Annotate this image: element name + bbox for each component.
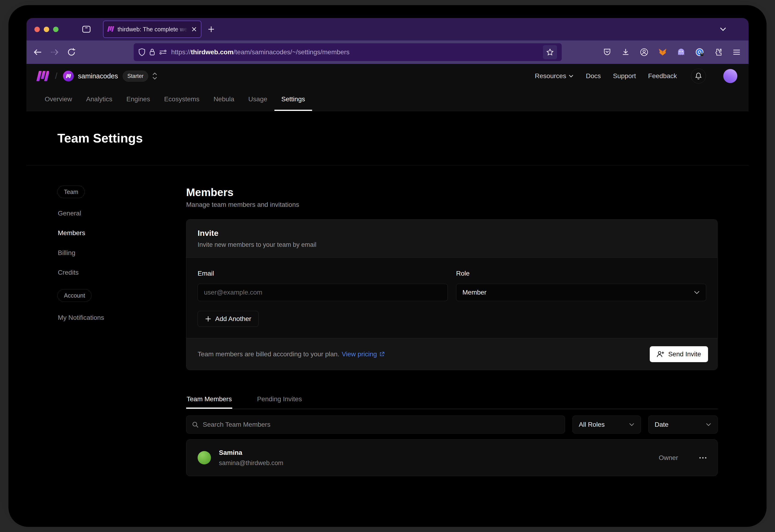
maximize-window-button[interactable] [53,27,58,32]
extensions-puzzle-icon[interactable] [711,45,725,59]
tab-pending-invites[interactable]: Pending Invites [257,390,302,409]
member-name: Samina [219,449,283,456]
breadcrumb-separator: / [55,71,57,81]
menu-docs[interactable]: Docs [586,72,601,80]
email-input[interactable] [198,284,448,301]
brand-row: / saminacodes Starter [36,64,737,88]
invite-card: Invite Invite new members to your team b… [186,219,718,370]
invite-card-footer: Team members are billed according to you… [186,338,717,370]
user-plus-icon [657,351,664,358]
chevron-down-icon [568,74,573,78]
connection-lock-icon[interactable] [149,48,155,56]
sidebar-item-general[interactable]: General [58,208,81,219]
close-window-button[interactable] [34,27,40,32]
url-host: thirdweb.com [191,48,234,56]
member-email: samina@thirdweb.com [219,459,283,467]
section-subtitle: Manage team members and invitations [186,201,299,208]
address-bar[interactable]: https://thirdweb.com/team/saminacodes/~/… [134,43,562,61]
send-invite-button[interactable]: Send Invite [650,346,708,362]
email-field-group: Email [198,270,448,301]
browser-toolbar: https://thirdweb.com/team/saminacodes/~/… [26,40,749,64]
tab-team-members[interactable]: Team Members [186,390,232,409]
thirdweb-favicon-icon [107,26,114,32]
search-icon [192,421,199,428]
invite-card-header: Invite Invite new members to your team b… [186,219,717,258]
members-section: Members Manage team members and invitati… [186,165,718,498]
sidebar-item-credits[interactable]: Credits [58,267,79,278]
bookmark-star-icon[interactable] [543,45,557,59]
app-header: / saminacodes Starter [26,64,749,111]
member-info: Samina samina@thirdweb.com [219,449,283,467]
metamask-icon[interactable] [656,45,669,59]
minimize-window-button[interactable] [44,27,49,32]
url-text: https://thirdweb.com/team/saminacodes/~/… [171,48,543,56]
tab-usage[interactable]: Usage [242,88,275,111]
view-pricing-link[interactable]: View pricing [342,350,384,358]
browser-tab[interactable]: thirdweb: The complete web3 d [103,21,202,38]
list-all-tabs-icon[interactable] [719,27,727,32]
team-switcher-icon[interactable] [151,72,158,80]
tab-title: thirdweb: The complete web3 d [117,26,188,33]
tab-settings[interactable]: Settings [275,88,312,111]
sidebar-item-members[interactable]: Members [58,228,85,238]
menu-hamburger-icon[interactable] [730,45,743,59]
section-title: Members [186,186,234,199]
account-icon[interactable] [637,45,651,59]
tab-nebula[interactable]: Nebula [207,88,242,111]
back-icon[interactable] [31,46,44,59]
firefox-view-icon[interactable] [82,25,91,33]
thirdweb-logo[interactable] [36,71,49,81]
date-sort-select[interactable]: Date [648,415,718,434]
member-row: Samina samina@thirdweb.com Owner [186,439,718,476]
tab-engines[interactable]: Engines [119,88,157,111]
title-section: Team Settings [26,111,749,165]
role-select-value: Member [462,289,486,296]
chevron-down-icon [706,423,711,426]
menu-support[interactable]: Support [613,72,636,80]
invite-description: Invite new members to your team by email [198,241,706,248]
close-tab-icon[interactable] [191,26,197,32]
sidebar-item-my-notifications[interactable]: My Notifications [58,313,104,323]
member-avatar [198,451,211,464]
team-avatar [63,71,74,81]
permissions-icon[interactable] [159,49,167,55]
sidebar-group-team: Team [57,186,85,198]
chevron-down-icon [629,423,635,426]
user-avatar[interactable] [723,69,737,83]
window-controls [34,27,58,32]
team-name[interactable]: saminacodes [78,72,118,80]
extension-icons [600,45,743,59]
menu-resources[interactable]: Resources [535,72,573,80]
role-field-group: Role Member [456,270,706,301]
reload-icon[interactable] [65,46,78,59]
roles-filter-select[interactable]: All Roles [572,415,641,434]
tracking-protection-shield-icon[interactable] [138,48,145,56]
pocket-icon[interactable] [600,45,614,59]
url-path: /team/saminacodes/~/settings/members [234,48,350,56]
invite-title: Invite [198,229,706,238]
billing-note: Team members are billed according to you… [198,350,339,358]
tab-ecosystems[interactable]: Ecosystems [157,88,207,111]
plan-badge: Starter [123,71,148,82]
browser-window: thirdweb: The complete web3 d [26,18,749,498]
tab-analytics[interactable]: Analytics [79,88,119,111]
add-another-button[interactable]: Add Another [198,311,259,327]
page-title: Team Settings [57,131,143,145]
onepassword-icon[interactable] [693,45,706,59]
forward-icon[interactable] [48,46,61,59]
notifications-bell-icon[interactable] [691,69,706,84]
invite-form: Email Role Member [186,258,717,338]
primary-nav-tabs: Overview Analytics Engines Ecosystems Ne… [38,88,312,111]
tab-overview[interactable]: Overview [38,88,79,111]
chevron-down-icon [694,291,700,294]
role-select[interactable]: Member [456,284,706,301]
search-input[interactable] [203,421,559,428]
menu-feedback[interactable]: Feedback [648,72,677,80]
search-team-members[interactable] [186,415,565,434]
new-tab-button[interactable] [208,26,215,33]
sidebar-item-billing[interactable]: Billing [58,248,75,258]
phantom-icon[interactable] [674,45,688,59]
member-actions-ellipsis-icon[interactable] [699,456,707,459]
download-icon[interactable] [619,45,633,59]
top-menu: Resources Docs Support Feedback [535,69,737,84]
